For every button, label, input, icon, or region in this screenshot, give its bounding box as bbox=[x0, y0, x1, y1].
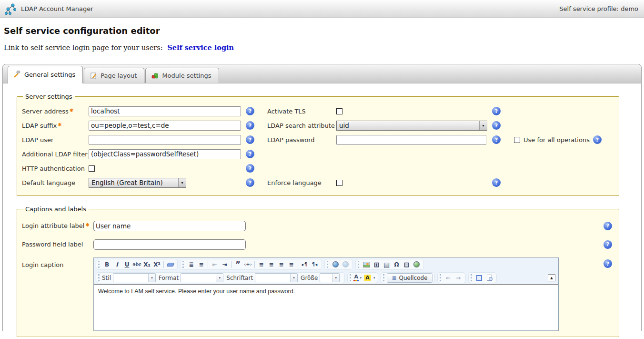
redo-icon: → bbox=[453, 273, 463, 282]
insert-image-icon[interactable] bbox=[362, 260, 372, 269]
self-service-login-link[interactable]: Self service login bbox=[167, 43, 234, 51]
help-icon[interactable]: ? bbox=[246, 121, 254, 130]
bulleted-list-icon[interactable]: ≡ bbox=[196, 260, 206, 269]
editor-content-area[interactable]: Welcome to LAM self service. Please ente… bbox=[94, 284, 558, 330]
toolbar-group-tools bbox=[468, 272, 497, 283]
source-code-label: Quellcode bbox=[399, 275, 427, 281]
tab-label: General settings bbox=[24, 71, 75, 78]
ldap-password-label: LDAP password bbox=[267, 136, 336, 144]
help-icon[interactable]: ? bbox=[604, 240, 612, 249]
subscript-icon[interactable]: X₂ bbox=[142, 260, 152, 269]
toolbar-drag-handle[interactable] bbox=[383, 274, 384, 281]
toolbar-drag-handle[interactable] bbox=[182, 261, 184, 268]
ldap-search-attribute-select[interactable]: uid ▾ bbox=[336, 121, 487, 131]
indent-icon[interactable]: ⇥ bbox=[220, 260, 230, 269]
help-icon[interactable]: ? bbox=[492, 121, 501, 130]
ldap-password-input[interactable] bbox=[336, 135, 486, 145]
toolbar-drag-handle[interactable] bbox=[471, 274, 472, 281]
background-color-icon[interactable]: A bbox=[362, 273, 372, 282]
bold-icon[interactable]: B bbox=[102, 260, 112, 269]
ldap-suffix-input[interactable] bbox=[89, 121, 241, 131]
chevron-down-icon: ▾ bbox=[216, 274, 223, 282]
remove-format-icon[interactable] bbox=[165, 260, 175, 269]
http-authentication-row: HTTP authentication ? bbox=[22, 161, 619, 175]
help-icon[interactable]: ? bbox=[246, 150, 254, 158]
align-left-icon[interactable]: ≡ bbox=[256, 260, 266, 269]
additional-ldap-filter-input[interactable] bbox=[89, 149, 241, 159]
use-for-all-operations-checkbox[interactable] bbox=[514, 137, 520, 143]
toolbar-drag-handle[interactable] bbox=[98, 261, 100, 268]
ldap-suffix-label: LDAP suffix✱ bbox=[22, 122, 89, 129]
help-icon[interactable]: ? bbox=[246, 178, 254, 187]
size-select[interactable]: ▾ bbox=[320, 273, 340, 282]
help-icon[interactable]: ? bbox=[246, 107, 254, 115]
blockquote-icon[interactable]: ” bbox=[233, 260, 243, 269]
help-icon[interactable]: ? bbox=[492, 135, 501, 144]
maximize-icon[interactable] bbox=[474, 273, 484, 282]
tab-general-settings[interactable]: General settings bbox=[8, 66, 83, 83]
server-address-input[interactable] bbox=[89, 106, 241, 116]
required-icon: ✱ bbox=[70, 108, 73, 113]
toolbar-group-source: ≣ Quellcode bbox=[381, 272, 434, 283]
help-icon[interactable]: ? bbox=[593, 135, 602, 144]
help-icon[interactable]: ? bbox=[246, 135, 254, 144]
chevron-down-icon[interactable]: ▾ bbox=[373, 276, 375, 280]
help-icon[interactable]: ? bbox=[604, 222, 612, 230]
toolbar-drag-handle[interactable] bbox=[327, 261, 328, 268]
chevron-down-icon[interactable]: ▾ bbox=[479, 121, 487, 130]
toolbar-drag-handle[interactable] bbox=[98, 274, 100, 281]
link-icon[interactable] bbox=[331, 260, 341, 269]
align-center-icon[interactable]: ≡ bbox=[266, 260, 276, 269]
div-container-icon[interactable]: ‹÷› bbox=[243, 260, 253, 269]
login-attribute-label-input[interactable] bbox=[93, 221, 246, 231]
unlink-icon bbox=[341, 260, 351, 269]
horizontal-rule-icon[interactable]: ▤ bbox=[382, 260, 392, 269]
default-language-select[interactable]: English (Great Britain) ▾ bbox=[89, 178, 186, 188]
toolbar-drag-handle[interactable] bbox=[440, 274, 441, 281]
align-right-icon[interactable]: ≡ bbox=[276, 260, 286, 269]
underline-icon[interactable]: U bbox=[122, 260, 132, 269]
chevron-down-icon[interactable]: ▾ bbox=[178, 178, 186, 187]
tab-page-layout[interactable]: Page layout bbox=[84, 68, 144, 83]
server-settings-legend: Server settings bbox=[23, 93, 75, 100]
help-icon[interactable]: ? bbox=[604, 259, 612, 268]
http-authentication-checkbox[interactable] bbox=[89, 165, 95, 172]
page-break-icon[interactable]: ⊟ bbox=[402, 260, 412, 269]
required-icon: ✱ bbox=[85, 222, 89, 227]
toolbar-collapse-button[interactable]: ▲ bbox=[548, 274, 555, 281]
login-caption-label: Login caption bbox=[22, 257, 93, 268]
style-select[interactable]: ▾ bbox=[113, 273, 156, 282]
iframe-icon[interactable] bbox=[412, 260, 422, 269]
special-character-icon[interactable]: Ω bbox=[392, 260, 402, 269]
show-blocks-icon[interactable] bbox=[484, 273, 494, 282]
tab-module-settings[interactable]: Module settings bbox=[145, 68, 219, 83]
italic-icon[interactable]: I bbox=[112, 260, 122, 269]
enforce-language-checkbox[interactable] bbox=[336, 180, 342, 186]
activate-tls-checkbox[interactable] bbox=[336, 108, 342, 114]
text-direction-rtl-icon[interactable]: ¶◂ bbox=[310, 260, 320, 269]
password-field-label-input[interactable] bbox=[93, 239, 246, 250]
toolbar-drag-handle[interactable] bbox=[358, 261, 359, 268]
insert-table-icon[interactable]: ⊞ bbox=[372, 260, 382, 269]
align-justify-icon[interactable]: ≡ bbox=[286, 260, 296, 269]
chevron-down-icon[interactable]: ▾ bbox=[360, 276, 362, 280]
numbered-list-icon[interactable]: ≣ bbox=[186, 260, 196, 269]
superscript-icon[interactable]: X² bbox=[152, 260, 162, 269]
toolbar-group-styles: Stil ▾ Format ▾ Schriftart ▾ Größe ▾ bbox=[96, 272, 345, 283]
chevron-down-icon: ▾ bbox=[332, 274, 339, 282]
source-code-button[interactable]: ≣ Quellcode bbox=[387, 273, 432, 283]
toolbar-drag-handle[interactable] bbox=[350, 274, 351, 281]
text-direction-ltr-icon[interactable]: ▸¶ bbox=[300, 260, 310, 269]
help-icon[interactable]: ? bbox=[492, 107, 501, 115]
format-select[interactable]: ▾ bbox=[181, 273, 223, 282]
login-caption-editor: B I U abc X₂ X² ≣ ≡ ⇤ bbox=[93, 257, 559, 331]
help-icon[interactable]: ? bbox=[246, 164, 254, 173]
modules-icon bbox=[151, 72, 159, 80]
required-icon: ✱ bbox=[58, 122, 61, 127]
default-language-label: Default language bbox=[22, 179, 89, 186]
font-select[interactable]: ▾ bbox=[255, 273, 298, 282]
help-icon[interactable]: ? bbox=[492, 178, 501, 187]
text-color-icon[interactable]: A bbox=[353, 274, 359, 281]
ldap-user-input[interactable] bbox=[89, 135, 241, 145]
strikethrough-icon[interactable]: abc bbox=[132, 260, 142, 269]
